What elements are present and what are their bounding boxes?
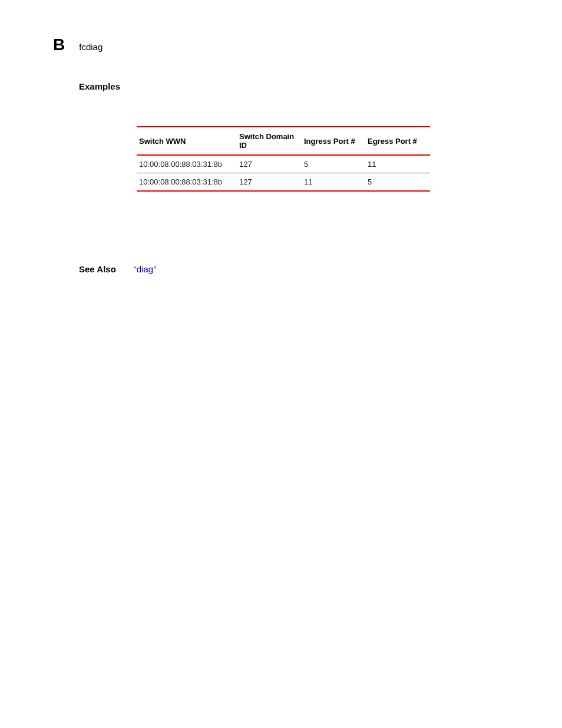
col-header-domain: Switch Domain ID <box>237 127 302 155</box>
cell-egress: 11 <box>365 155 430 173</box>
cell-wwn: 10:00:08:00:88:03:31:8b <box>137 173 237 192</box>
cell-ingress: 11 <box>302 173 365 192</box>
cell-wwn: 10:00:08:00:88:03:31:8b <box>137 155 237 173</box>
section-letter: B <box>53 35 65 54</box>
page-header: B fcdiag <box>53 35 103 54</box>
cell-egress: 5 <box>365 173 430 192</box>
examples-table-container: Switch WWN Switch Domain ID Ingress Port… <box>137 126 430 192</box>
examples-heading: Examples <box>79 81 120 91</box>
cell-ingress: 5 <box>302 155 365 173</box>
examples-table: Switch WWN Switch Domain ID Ingress Port… <box>137 126 430 192</box>
col-header-ingress: Ingress Port # <box>302 127 365 155</box>
table-header-row: Switch WWN Switch Domain ID Ingress Port… <box>137 127 430 155</box>
see-also-label: See Also <box>79 264 116 274</box>
col-header-wwn: Switch WWN <box>137 127 237 155</box>
see-also-link[interactable]: “diag” <box>134 264 156 274</box>
cell-domain: 127 <box>237 155 302 173</box>
see-also-section: See Also “diag” <box>79 264 156 274</box>
section-name: fcdiag <box>79 42 103 52</box>
cell-domain: 127 <box>237 173 302 192</box>
table-row: 10:00:08:00:88:03:31:8b 127 5 11 <box>137 155 430 173</box>
col-header-egress: Egress Port # <box>365 127 430 155</box>
table-row: 10:00:08:00:88:03:31:8b 127 11 5 <box>137 173 430 192</box>
